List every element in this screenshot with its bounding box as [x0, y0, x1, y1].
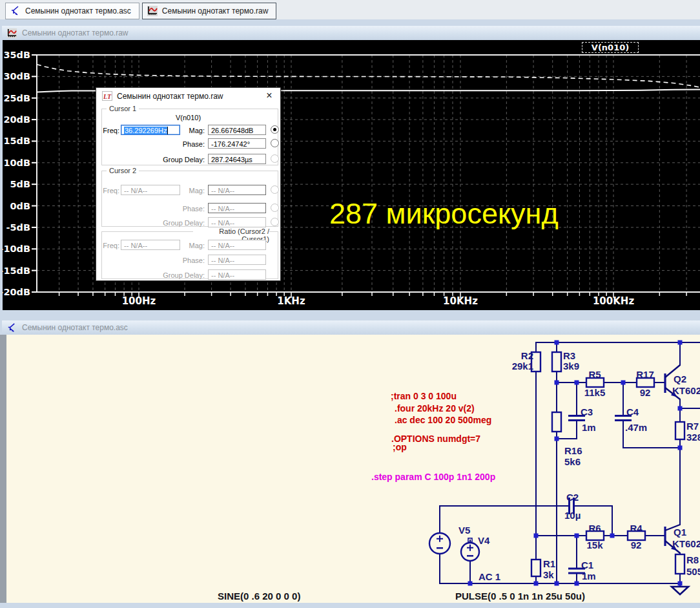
cursor2-groupdelay-label: Group Delay: [154, 219, 205, 227]
tab-schematic-file[interactable]: Семынин однотакт термо.asc [5, 3, 139, 19]
schematic-text: 3k9 [563, 361, 579, 372]
cursor2-mag-input[interactable]: -- N/A-- [208, 185, 266, 195]
ratio-freq-label: Freq: [100, 242, 119, 249]
ratio-groupdelay-label: Group Delay: [154, 271, 205, 279]
cursor1-mag-radio[interactable] [271, 125, 279, 134]
schematic-text: R7 [686, 421, 699, 432]
cursor-dialog[interactable]: LT Семынин однотакт термо.raw × Cursor 1… [96, 87, 281, 281]
schematic-text: C1 [581, 560, 593, 571]
resistor [552, 412, 561, 432]
svg-text:-5dB: -5dB [6, 222, 30, 233]
tab-label: Семынин однотакт термо.asc [25, 6, 131, 16]
junction-dot [610, 534, 615, 538]
schematic-text: R17 [636, 369, 654, 380]
waveform-window-titlebar[interactable]: Семынин однотакт термо.raw [2, 26, 700, 40]
schematic-text: 5k6 [564, 456, 581, 467]
cursor1-groupdelay-input[interactable]: 287.24643µs [208, 154, 266, 164]
ratio-mag-input[interactable]: -- N/A-- [208, 240, 266, 250]
schematic-text: R1 [543, 558, 555, 569]
svg-text:LT: LT [103, 93, 112, 100]
resistor [675, 554, 685, 574]
schematic-text: 10µ [564, 510, 581, 521]
schematic-text: R6 [588, 523, 601, 534]
cursor2-groupdelay-radio[interactable] [271, 218, 279, 226]
schematic-text: 505 [686, 566, 700, 577]
schematic-text: SINE(0 .6 20 0 0 0) [218, 591, 300, 602]
schematic-icon [10, 5, 21, 17]
schematic-text: 11k5 [584, 387, 606, 398]
svg-text:25dB: 25dB [3, 93, 30, 103]
junction-dot [534, 582, 539, 586]
svg-text:35dB: 35dB [3, 50, 30, 60]
cursor1-groupdelay-label: Group Delay: [154, 156, 205, 163]
junction-dot [555, 341, 559, 345]
tab-waveform-file[interactable]: Семынин однотакт термо.raw [142, 3, 277, 19]
schematic-canvas[interactable]: R229k1R33k9R511k5R1792Q2KT602R7328C31mC4… [6, 335, 700, 603]
schematic-text: C4 [626, 406, 639, 417]
ratio-phase-label: Phase: [161, 257, 205, 264]
cursor1-phase-input[interactable]: -176.24742° [208, 138, 266, 149]
junction-dot [575, 381, 579, 385]
cursor2-mag-radio[interactable] [271, 185, 279, 194]
schematic-text: 1m [582, 571, 596, 582]
schematic-text: KT602 [672, 385, 700, 396]
junction-dot [555, 582, 559, 586]
schematic-drawing[interactable]: R229k1R33k9R511k5R1792Q2KT602R7328C31mC4… [6, 335, 700, 603]
svg-text:15dB: 15dB [3, 136, 30, 146]
cursor2-groupdelay-input[interactable]: -- N/A-- [208, 217, 266, 227]
schematic-text: R4 [630, 523, 643, 534]
cursor1-freq-input[interactable]: 36.292269Hz [121, 125, 180, 135]
cursor1-mag-label: Mag: [183, 127, 205, 134]
cursor1-freq-label: Freq: [100, 127, 119, 134]
junction-dot [678, 341, 683, 345]
ratio-freq-input[interactable]: -- N/A-- [121, 240, 180, 250]
junction-dot [575, 582, 579, 586]
cursor1-groupdelay-radio[interactable] [271, 154, 279, 163]
schematic-text: 3k [543, 569, 554, 580]
cursor2-freq-input[interactable]: -- N/A-- [121, 185, 180, 195]
schematic-window: Семынин однотакт термо.asc R229k1R33k9R5… [0, 315, 700, 608]
schematic-text: R2 [521, 350, 533, 361]
cursor1-trace-name: V(n010) [135, 114, 242, 121]
wire [557, 421, 577, 439]
svg-text:20dB: 20dB [3, 114, 30, 125]
ltspice-app: Семынин однотакт термо.asc Семынин однот… [0, 0, 700, 608]
cursor2-mag-label: Mag: [183, 187, 205, 194]
schematic-text: .four 20kHz 20 v(2) [395, 403, 475, 414]
plot-annotation-text: 287 микросекунд [329, 197, 559, 231]
cursor2-phase-input[interactable]: -- N/A-- [208, 203, 266, 213]
junction-dot [555, 381, 559, 385]
svg-text:100Hz: 100Hz [122, 295, 156, 307]
schematic-window-titlebar[interactable]: Семынин однотакт термо.asc [2, 320, 700, 335]
trace-legend[interactable]: V(n010) [582, 42, 639, 53]
cursor1-mag-input[interactable]: 26.667648dB [208, 125, 266, 135]
close-icon[interactable]: × [263, 89, 276, 102]
schematic-text: R16 [564, 445, 582, 456]
cursor2-phase-label: Phase: [161, 205, 205, 213]
junction-dot [534, 534, 539, 538]
junction-dot [555, 437, 559, 441]
junction-dot [575, 534, 579, 538]
resistor [531, 560, 540, 576]
waveform-icon [6, 28, 17, 39]
schematic-text: .ac dec 100 20 500meg [395, 415, 491, 425]
svg-text:10KHz: 10KHz [443, 295, 478, 307]
schematic-window-title: Семынин однотакт термо.asc [22, 323, 128, 332]
cursor2-phase-radio[interactable] [271, 204, 279, 212]
schematic-text: ;op [393, 442, 407, 452]
junction-dot [678, 446, 683, 450]
cursor1-phase-radio[interactable] [271, 139, 279, 147]
junction-dot [621, 381, 626, 385]
waveform-window-title: Семынин однотакт термо.raw [22, 28, 129, 37]
schematic-text: Q2 [674, 373, 686, 384]
cursor-dialog-titlebar[interactable]: LT Семынин однотакт термо.raw [96, 88, 280, 104]
ratio-phase-input[interactable]: -- N/A-- [208, 255, 266, 265]
schematic-text: PULSE(0 .5 0 1n 1n 25u 50u) [455, 591, 585, 602]
ratio-groupdelay-input[interactable]: -- N/A-- [208, 269, 266, 280]
ground-symbol [672, 587, 688, 594]
svg-text:1KHz: 1KHz [277, 295, 305, 307]
schematic-text: 15k [586, 540, 603, 550]
wire [536, 342, 700, 352]
schematic-text: R3 [563, 350, 575, 361]
cursor1-phase-label: Phase: [161, 140, 205, 148]
